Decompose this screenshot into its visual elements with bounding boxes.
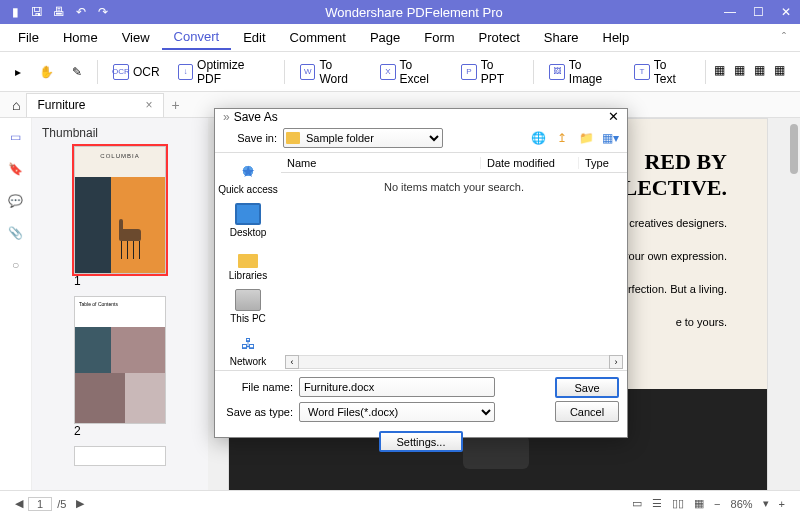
save-in-label: Save in:: [223, 132, 277, 144]
view-single-icon[interactable]: ▭: [627, 497, 647, 510]
cancel-button[interactable]: Cancel: [555, 401, 619, 422]
document-tab[interactable]: Furniture ×: [26, 93, 163, 117]
app-logo-icon: ▮: [6, 3, 24, 21]
to-word-button[interactable]: WTo Word: [293, 53, 369, 91]
undo-icon[interactable]: ↶: [72, 3, 90, 21]
save-icon[interactable]: 🖫: [28, 3, 46, 21]
view-continuous-icon[interactable]: ☰: [647, 497, 667, 510]
view-grid-icon[interactable]: ▦: [689, 497, 709, 510]
prev-page-icon[interactable]: ◀: [10, 497, 28, 510]
optimize-pdf-button[interactable]: ↓Optimize PDF: [171, 53, 276, 91]
menu-page[interactable]: Page: [358, 26, 412, 49]
col-name[interactable]: Name: [281, 157, 481, 169]
to-image-button[interactable]: 🖼To Image: [542, 53, 623, 91]
batch-convert-group: ▦ ▦ ▦ ▦: [714, 63, 792, 81]
thumbnail-page-2[interactable]: Table of Contents: [74, 296, 166, 424]
dialog-close-icon[interactable]: ✕: [608, 109, 619, 124]
search-icon[interactable]: ○: [7, 256, 25, 274]
to-ppt-button[interactable]: PTo PPT: [454, 53, 525, 91]
collapse-ribbon-icon[interactable]: ˆ: [774, 31, 794, 45]
dialog-title: Save As: [234, 110, 278, 124]
empty-message: No items match your search.: [281, 173, 627, 354]
ocr-button[interactable]: OCROCR: [106, 59, 167, 85]
horizontal-scrollbar[interactable]: ‹›: [281, 354, 627, 370]
col-type[interactable]: Type: [579, 157, 627, 169]
batch-icon-3[interactable]: ▦: [754, 63, 772, 81]
tab-close-icon[interactable]: ×: [146, 98, 153, 112]
thumbnail-2-label: 2: [74, 424, 166, 438]
settings-button[interactable]: Settings...: [379, 431, 463, 452]
place-desktop[interactable]: Desktop: [215, 200, 281, 241]
select-tool[interactable]: ▸: [8, 60, 28, 84]
side-rail: ▭ 🔖 💬 📎 ○: [0, 118, 32, 516]
convert-toolbar: ▸ ✋ ✎ OCROCR ↓Optimize PDF WTo Word XTo …: [0, 52, 800, 92]
comments-icon[interactable]: 💬: [7, 192, 25, 210]
menu-convert[interactable]: Convert: [162, 25, 232, 50]
chair-graphic: [115, 219, 149, 259]
print-icon[interactable]: 🖶: [50, 3, 68, 21]
zoom-dropdown-icon[interactable]: ▾: [758, 497, 774, 510]
bookmarks-icon[interactable]: 🔖: [7, 160, 25, 178]
file-name-input[interactable]: [299, 377, 495, 397]
close-window-icon[interactable]: ✕: [772, 0, 800, 24]
nav-back-icon[interactable]: 🌐: [529, 129, 547, 147]
place-this-pc[interactable]: This PC: [215, 286, 281, 327]
attachments-icon[interactable]: 📎: [7, 224, 25, 242]
thumbnail-page-3[interactable]: [74, 446, 166, 466]
minimize-icon[interactable]: —: [716, 0, 744, 24]
thumbnail-header: Thumbnail: [32, 124, 208, 146]
dialog-arrow-icon[interactable]: »: [223, 110, 230, 124]
save-as-dialog: » Save As ✕ Save in: Sample folder 🌐 ↥ 📁…: [214, 108, 628, 438]
menu-help[interactable]: Help: [591, 26, 642, 49]
menu-file[interactable]: File: [6, 26, 51, 49]
menu-bar: File Home View Convert Edit Comment Page…: [0, 24, 800, 52]
home-tab-icon[interactable]: ⌂: [6, 97, 26, 113]
place-network[interactable]: Network: [215, 329, 281, 370]
edit-tool[interactable]: ✎: [65, 60, 89, 84]
zoom-in-icon[interactable]: +: [774, 498, 790, 510]
view-menu-icon[interactable]: ▦▾: [601, 129, 619, 147]
view-two-page-icon[interactable]: ▯▯: [667, 497, 689, 510]
menu-protect[interactable]: Protect: [467, 26, 532, 49]
save-in-select[interactable]: Sample folder: [283, 128, 443, 148]
menu-share[interactable]: Share: [532, 26, 591, 49]
menu-form[interactable]: Form: [412, 26, 466, 49]
batch-icon-4[interactable]: ▦: [774, 63, 792, 81]
title-bar: ▮ 🖫 🖶 ↶ ↷ Wondershare PDFelement Pro — ☐…: [0, 0, 800, 24]
file-name-label: File name:: [223, 381, 293, 393]
thumbnail-1-label: 1: [74, 274, 166, 288]
place-quick-access[interactable]: Quick access: [215, 157, 281, 198]
hand-tool[interactable]: ✋: [32, 60, 61, 84]
maximize-icon[interactable]: ☐: [744, 0, 772, 24]
next-page-icon[interactable]: ▶: [71, 497, 89, 510]
menu-view[interactable]: View: [110, 26, 162, 49]
place-libraries[interactable]: Libraries: [215, 243, 281, 284]
save-type-select[interactable]: Word Files(*.docx): [299, 402, 495, 422]
col-date[interactable]: Date modified: [481, 157, 579, 169]
zoom-value: 86%: [726, 498, 758, 510]
document-tab-label: Furniture: [37, 98, 85, 112]
to-text-button[interactable]: TTo Text: [627, 53, 697, 91]
app-title: Wondershare PDFelement Pro: [112, 5, 716, 20]
status-bar: ◀ 1 /5 ▶ ▭ ☰ ▯▯ ▦ − 86% ▾ +: [0, 490, 800, 516]
save-button[interactable]: Save: [555, 377, 619, 398]
menu-edit[interactable]: Edit: [231, 26, 277, 49]
batch-icon-1[interactable]: ▦: [714, 63, 732, 81]
menu-comment[interactable]: Comment: [278, 26, 358, 49]
batch-icon-2[interactable]: ▦: [734, 63, 752, 81]
file-list: Name Date modified Type No items match y…: [281, 153, 627, 370]
nav-up-icon[interactable]: ↥: [553, 129, 571, 147]
new-folder-icon[interactable]: 📁: [577, 129, 595, 147]
thumbnails-icon[interactable]: ▭: [7, 128, 25, 146]
places-sidebar: Quick access Desktop Libraries This PC N…: [215, 153, 281, 370]
zoom-out-icon[interactable]: −: [709, 498, 725, 510]
menu-home[interactable]: Home: [51, 26, 110, 49]
thumbnail-page-1[interactable]: COLUMBIA: [74, 146, 166, 274]
vertical-scrollbar[interactable]: [788, 118, 800, 516]
thumbnail-panel: Thumbnail COLUMBIA: [32, 118, 208, 516]
redo-icon[interactable]: ↷: [94, 3, 112, 21]
to-excel-button[interactable]: XTo Excel: [373, 53, 450, 91]
page-number[interactable]: 1: [28, 497, 52, 511]
page-total: /5: [52, 498, 71, 510]
new-tab-icon[interactable]: +: [164, 97, 188, 113]
